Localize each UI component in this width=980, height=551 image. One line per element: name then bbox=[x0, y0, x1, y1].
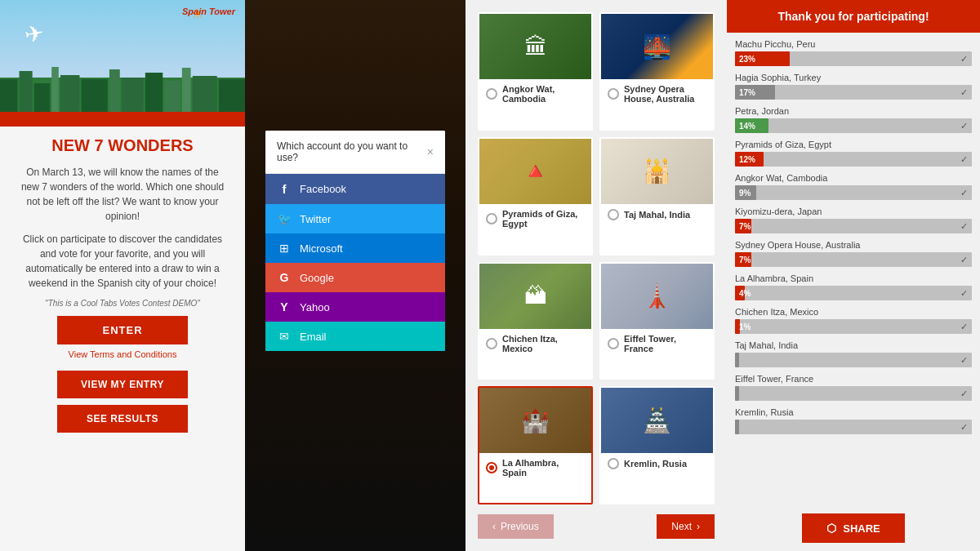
radio-taj[interactable] bbox=[608, 209, 619, 220]
microsoft-login-button[interactable]: ⊞ Microsoft bbox=[265, 233, 445, 263]
wonder-item-pyramids[interactable]: 🔺 Pyramids of Giza, Egypt bbox=[478, 137, 593, 256]
svg-rect-7 bbox=[122, 78, 144, 112]
see-results-button[interactable]: SEE RESULTS bbox=[57, 405, 188, 433]
radio-pyramids[interactable] bbox=[486, 213, 497, 224]
modal-close-button[interactable]: × bbox=[427, 145, 434, 158]
result-bar-wrap-pyramids: 12% ✓ bbox=[735, 152, 972, 167]
svg-rect-3 bbox=[51, 67, 59, 112]
radio-sydney[interactable] bbox=[608, 88, 619, 100]
result-bar-petra: 14% bbox=[735, 118, 768, 133]
result-name-alhambra: La Alhambra, Spain bbox=[735, 273, 972, 283]
result-bar-machu-picchu: 23% bbox=[735, 51, 790, 66]
wonder-image-kremlin: 🏯 bbox=[601, 388, 713, 453]
wonder-label-chichen: Chichen Itza, Mexico bbox=[479, 329, 591, 358]
twitter-icon: 🐦 bbox=[277, 212, 292, 225]
check-icon-sydney: ✓ bbox=[960, 255, 968, 265]
email-label: Email bbox=[300, 331, 327, 343]
result-bar-angkor: 9% bbox=[735, 185, 756, 200]
wonder-label-sydney: Sydney Opera House, Australia bbox=[601, 79, 713, 109]
wonder-item-taj[interactable]: 🕌 Taj Mahal, India bbox=[599, 137, 715, 256]
result-item-eiffel: Eiffel Tower, France ✓ bbox=[735, 374, 972, 401]
check-icon-petra: ✓ bbox=[960, 121, 968, 131]
svg-rect-12 bbox=[219, 79, 245, 112]
result-bar-wrap-machu-picchu: 23% ✓ bbox=[735, 51, 972, 66]
terms-link[interactable]: View Terms and Conditions bbox=[69, 349, 177, 359]
wonder-label-angkor: Angkor Wat, Cambodia bbox=[479, 79, 591, 109]
check-icon-machu-picchu: ✓ bbox=[960, 54, 968, 64]
result-bar-chichen: 1% bbox=[735, 319, 740, 334]
result-item-hagia-sophia: Hagia Sophia, Turkey 17% ✓ bbox=[735, 73, 972, 100]
facebook-login-button[interactable]: f Facebook bbox=[265, 174, 445, 204]
yahoo-login-button[interactable]: Y Yahoo bbox=[265, 292, 445, 322]
previous-button[interactable]: ‹ Previous bbox=[478, 514, 554, 539]
wonder-item-sydney[interactable]: 🌉 Sydney Opera House, Australia bbox=[599, 12, 715, 131]
result-item-angkor: Angkor Wat, Cambodia 9% ✓ bbox=[735, 173, 972, 200]
result-name-kremlin: Kremlin, Rusia bbox=[735, 407, 972, 417]
result-bar-alhambra: 4% bbox=[735, 286, 745, 300]
result-bar-kiyomizu: 7% bbox=[735, 219, 751, 233]
check-icon-eiffel: ✓ bbox=[960, 389, 968, 399]
wonder-item-alhambra[interactable]: 🏰 La Alhambra, Spain bbox=[478, 386, 593, 504]
facebook-label: Facebook bbox=[300, 183, 346, 195]
wonder-name-angkor: Angkor Wat, Cambodia bbox=[502, 84, 585, 104]
radio-alhambra[interactable] bbox=[486, 462, 497, 473]
view-my-entry-button[interactable]: VIEW MY ENTRY bbox=[57, 371, 188, 398]
wonder-name-sydney: Sydney Opera House, Australia bbox=[624, 84, 706, 104]
panel-results: Thank you for participating! Machu Picch… bbox=[727, 0, 980, 551]
wonder-image-alhambra: 🏰 bbox=[479, 388, 591, 453]
facebook-icon: f bbox=[277, 182, 292, 196]
panel1-title: NEW 7 WONDERS bbox=[51, 136, 193, 155]
result-name-sydney: Sydney Opera House, Australia bbox=[735, 240, 972, 250]
wonder-image-chichen: 🏔 bbox=[479, 264, 591, 329]
email-login-button[interactable]: ✉ Email bbox=[265, 322, 445, 351]
svg-rect-1 bbox=[20, 71, 33, 112]
result-item-chichen: Chichen Itza, Mexico 1% ✓ bbox=[735, 307, 972, 334]
radio-eiffel[interactable] bbox=[608, 338, 619, 349]
result-bar-hagia-sophia: 17% bbox=[735, 85, 775, 100]
result-bar-kremlin bbox=[735, 420, 739, 434]
microsoft-label: Microsoft bbox=[300, 242, 343, 255]
wonder-image-angkor: 🏛 bbox=[479, 14, 591, 79]
result-bar-wrap-hagia-sophia: 17% ✓ bbox=[735, 85, 972, 100]
wonder-item-kremlin[interactable]: 🏯 Kremlin, Rusia bbox=[599, 386, 715, 504]
result-bar-wrap-taj: ✓ bbox=[735, 353, 972, 367]
result-item-taj: Taj Mahal, India ✓ bbox=[735, 340, 972, 367]
result-name-petra: Petra, Jordan bbox=[735, 106, 972, 116]
google-login-button[interactable]: G Google bbox=[265, 263, 445, 292]
result-bar-taj bbox=[735, 353, 739, 367]
email-icon: ✉ bbox=[277, 330, 292, 343]
radio-angkor[interactable] bbox=[486, 88, 497, 100]
panel1-text2: Click on participate to discover the can… bbox=[16, 232, 229, 291]
chevron-left-icon: ‹ bbox=[492, 521, 496, 532]
wonder-item-eiffel[interactable]: 🗼 Eiffel Tower, France bbox=[599, 262, 715, 380]
panel3-footer: ‹ Previous Next › bbox=[478, 514, 715, 539]
wonder-image-taj: 🕌 bbox=[601, 139, 713, 204]
svg-rect-11 bbox=[193, 76, 217, 112]
header-image: ✈ ☀ Spain Tower bbox=[0, 0, 245, 127]
wonder-name-pyramids: Pyramids of Giza, Egypt bbox=[502, 209, 585, 229]
check-icon-chichen: ✓ bbox=[960, 322, 968, 332]
wonder-name-chichen: Chichen Itza, Mexico bbox=[502, 334, 585, 353]
result-bar-wrap-kiyomizu: 7% ✓ bbox=[735, 219, 972, 233]
radio-kremlin[interactable] bbox=[608, 458, 619, 469]
result-bar-pyramids: 12% bbox=[735, 152, 764, 167]
share-button[interactable]: ⬡ SHARE bbox=[802, 513, 905, 543]
twitter-label: Twitter bbox=[300, 213, 331, 225]
radio-chichen[interactable] bbox=[486, 338, 497, 349]
wonder-name-taj: Taj Mahal, India bbox=[624, 210, 690, 220]
next-button[interactable]: Next › bbox=[657, 514, 715, 539]
check-icon-kiyomizu: ✓ bbox=[960, 221, 968, 232]
modal-header: Which account do you want to use? × bbox=[265, 131, 445, 174]
wonder-item-chichen[interactable]: 🏔 Chichen Itza, Mexico bbox=[478, 262, 593, 380]
enter-button[interactable]: ENTER bbox=[57, 316, 188, 344]
result-name-chichen: Chichen Itza, Mexico bbox=[735, 307, 972, 317]
wonder-image-pyramids: 🔺 bbox=[479, 139, 591, 204]
chevron-right-icon: › bbox=[697, 521, 700, 532]
result-item-kremlin: Kremlin, Rusia ✓ bbox=[735, 407, 972, 434]
red-banner bbox=[0, 112, 245, 127]
result-bar-wrap-kremlin: ✓ bbox=[735, 420, 972, 434]
twitter-login-button[interactable]: 🐦 Twitter bbox=[265, 204, 445, 233]
result-bar-sydney: 7% bbox=[735, 252, 751, 267]
svg-rect-9 bbox=[164, 81, 180, 112]
wonder-item-angkor[interactable]: 🏛 Angkor Wat, Cambodia bbox=[478, 12, 593, 131]
